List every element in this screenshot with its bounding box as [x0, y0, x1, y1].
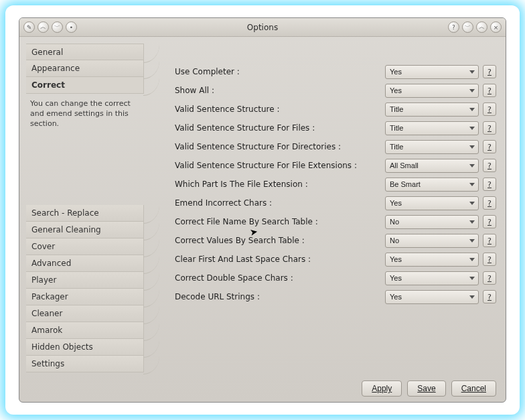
setting-select[interactable]: Yes — [385, 253, 479, 267]
sidebar-item-label: Cleaner — [31, 309, 62, 318]
help-button[interactable]: ? — [483, 178, 496, 191]
sidebar-item-amarok[interactable]: Amarok — [26, 322, 144, 339]
setting-select[interactable]: Title — [385, 121, 479, 135]
maximize-icon[interactable]: ︿ — [476, 21, 487, 33]
sidebar-item-label: Player — [31, 275, 56, 285]
setting-row: Use Completer :Yes? — [175, 62, 496, 81]
setting-row: Valid Sentence Structure For Files :Titl… — [175, 119, 496, 137]
help-button[interactable]: ? — [483, 290, 496, 303]
setting-row: Which Part Is The File Extension :Be Sma… — [175, 175, 496, 194]
help-button[interactable]: ? — [483, 215, 496, 228]
setting-label: Valid Sentence Structure : — [175, 104, 381, 114]
help-button[interactable]: ? — [483, 102, 496, 116]
help-button[interactable]: ? — [483, 271, 496, 285]
help-button[interactable]: ? — [483, 234, 496, 247]
setting-label: Show All : — [175, 86, 381, 95]
sidebar-item-label: General Cleaning — [31, 225, 101, 234]
wrench-icon[interactable]: ✎ — [23, 21, 35, 33]
sidebar-item-label: Hidden Objects — [31, 342, 93, 352]
setting-label: Use Completer : — [175, 67, 381, 76]
sidebar-item-player[interactable]: Player — [26, 272, 144, 289]
setting-select[interactable]: All Small — [385, 159, 479, 173]
sidebar-item-label: Amarok — [31, 326, 62, 335]
setting-row: Clear First And Last Space Chars :Yes? — [175, 250, 496, 269]
sidebar-item-settings[interactable]: Settings — [26, 356, 144, 372]
help-button[interactable]: ? — [483, 121, 496, 135]
setting-label: Decode URL Strings : — [175, 292, 381, 301]
setting-row: Valid Sentence Structure For Directories… — [175, 137, 496, 156]
sidebar-item-correct[interactable]: Correct — [26, 77, 144, 94]
minimize-icon[interactable]: ﹀ — [462, 21, 473, 33]
setting-row: Correct Values By Search Table :No? — [175, 231, 496, 250]
apply-button[interactable]: Apply — [362, 380, 402, 397]
sidebar-item-label: Settings — [31, 359, 64, 368]
sidebar-item-cover[interactable]: Cover — [26, 238, 144, 255]
sidebar-item-packager[interactable]: Packager — [26, 289, 144, 305]
sidebar-item-search-replace[interactable]: Search - Replace — [26, 205, 144, 222]
setting-label: Correct Values By Search Table : — [175, 236, 381, 245]
setting-row: Show All :Yes? — [175, 81, 496, 100]
help-button[interactable]: ? — [483, 140, 496, 153]
sidebar-item-appearance[interactable]: Appearance — [26, 60, 144, 77]
setting-row: Valid Sentence Structure :Title? — [175, 100, 496, 119]
setting-select[interactable]: No — [385, 234, 479, 248]
setting-select[interactable]: Title — [385, 102, 479, 117]
setting-row: Valid Sentence Structure For File Extens… — [175, 156, 496, 175]
help-button[interactable]: ? — [483, 196, 496, 210]
help-button[interactable]: ? — [483, 253, 496, 266]
setting-label: Correct Double Space Chars : — [175, 273, 381, 283]
sidebar-item-label: Appearance — [31, 64, 80, 73]
setting-row: Correct File Name By Search Table :No? — [175, 212, 496, 231]
setting-select[interactable]: Yes — [385, 196, 479, 210]
sidebar-item-label: Advanced — [31, 259, 71, 268]
help-button[interactable]: ? — [483, 159, 496, 172]
sidebar-item-general-cleaning[interactable]: General Cleaning — [26, 222, 144, 238]
cancel-button[interactable]: Cancel — [451, 380, 496, 397]
setting-label: Valid Sentence Structure For Directories… — [175, 142, 381, 151]
whatsthis-icon[interactable]: ? — [448, 21, 459, 33]
window-title: Options — [77, 23, 448, 32]
setting-select[interactable]: Yes — [385, 271, 479, 285]
setting-select[interactable]: Be Smart — [385, 178, 479, 192]
sidebar-item-label: Cover — [31, 242, 55, 251]
sidebar-item-label: Search - Replace — [31, 208, 99, 218]
setting-select[interactable]: Yes — [385, 84, 479, 98]
titlebar: ✎ ︿ ﹀ • Options ? ﹀ ︿ × — [19, 18, 506, 37]
up-icon[interactable]: ︿ — [38, 21, 49, 33]
save-button[interactable]: Save — [407, 380, 445, 397]
setting-row: Correct Double Space Chars :Yes? — [175, 269, 496, 287]
setting-label: Which Part Is The File Extension : — [175, 180, 381, 189]
sidebar-item-cleaner[interactable]: Cleaner — [26, 305, 144, 322]
sidebar-item-label: Correct — [31, 80, 65, 90]
close-icon[interactable]: × — [490, 21, 502, 33]
setting-label: Valid Sentence Structure For File Extens… — [175, 161, 381, 170]
settings-panel: Use Completer :Yes?Show All :Yes?Valid S… — [145, 44, 499, 372]
footer: Apply Save Cancel — [19, 375, 506, 402]
sidebar-item-advanced[interactable]: Advanced — [26, 255, 144, 272]
sidebar-item-general[interactable]: General — [26, 44, 144, 60]
setting-row: Decode URL Strings :Yes? — [175, 287, 496, 306]
sidebar: General Appearance Correct You can chang… — [26, 44, 144, 372]
setting-select[interactable]: Yes — [385, 65, 479, 79]
sidebar-item-label: General — [31, 48, 63, 57]
options-window: ✎ ︿ ﹀ • Options ? ﹀ ︿ × General Appearan… — [19, 17, 506, 403]
setting-select[interactable]: Title — [385, 140, 479, 154]
dot-icon[interactable]: • — [66, 21, 77, 33]
help-button[interactable]: ? — [483, 65, 496, 78]
help-button[interactable]: ? — [483, 84, 496, 97]
setting-label: Emend Incorrect Chars : — [175, 198, 381, 208]
setting-label: Correct File Name By Search Table : — [175, 217, 381, 226]
down-icon[interactable]: ﹀ — [52, 21, 63, 33]
setting-row: Emend Incorrect Chars :Yes? — [175, 194, 496, 212]
setting-label: Clear First And Last Space Chars : — [175, 255, 381, 264]
setting-select[interactable]: Yes — [385, 290, 479, 304]
section-description: You can change the correct and emend set… — [26, 94, 144, 135]
sidebar-item-label: Packager — [31, 292, 68, 301]
sidebar-item-hidden-objects[interactable]: Hidden Objects — [26, 339, 144, 356]
setting-select[interactable]: No — [385, 215, 479, 229]
setting-label: Valid Sentence Structure For Files : — [175, 123, 381, 133]
